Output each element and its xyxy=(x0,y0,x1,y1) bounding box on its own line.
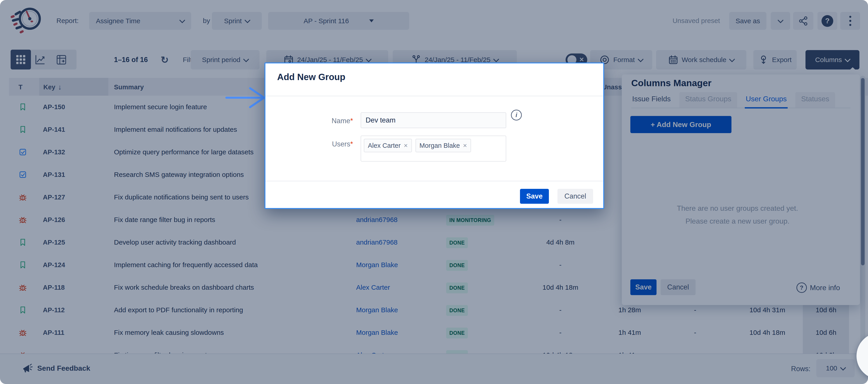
user-chip-label: Alex Carter xyxy=(368,142,401,149)
remove-chip-icon[interactable]: × xyxy=(404,142,408,149)
required-marker: * xyxy=(350,117,353,125)
modal-footer-divider xyxy=(266,181,603,182)
group-name-input[interactable] xyxy=(361,113,506,128)
name-label: Name* xyxy=(279,117,353,125)
info-icon: i xyxy=(511,110,522,121)
modal-title: Add New Group xyxy=(277,72,345,82)
add-new-group-modal: Add New Group Name* i Users* Alex Carter… xyxy=(265,63,604,209)
user-chip: Alex Carter × xyxy=(364,139,412,152)
user-chip: Morgan Blake × xyxy=(415,139,471,152)
app-window: Report: Assignee Time by Sprint AP - Spr… xyxy=(0,0,868,384)
users-field[interactable]: Alex Carter × Morgan Blake × xyxy=(361,136,506,162)
user-chip-label: Morgan Blake xyxy=(420,142,460,149)
remove-chip-icon[interactable]: × xyxy=(463,142,467,149)
modal-header-divider xyxy=(266,96,603,96)
modal-cancel-button[interactable]: Cancel xyxy=(557,189,593,204)
users-label: Users* xyxy=(279,140,353,148)
modal-save-button[interactable]: Save xyxy=(520,189,549,204)
